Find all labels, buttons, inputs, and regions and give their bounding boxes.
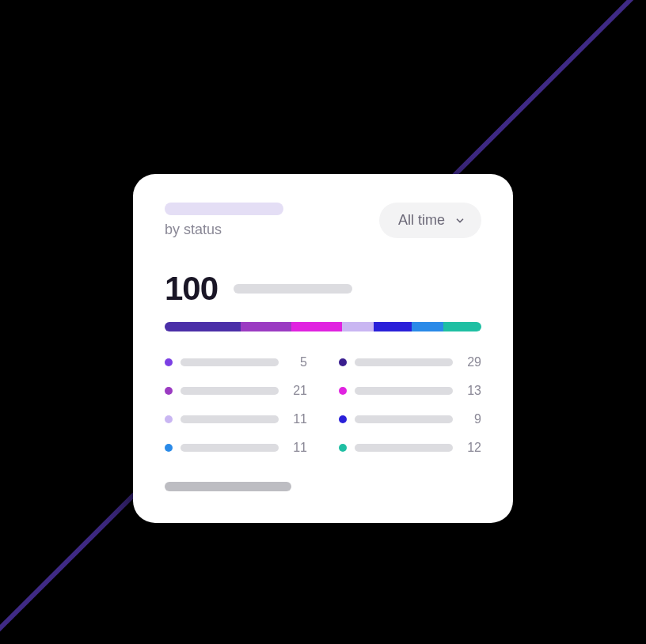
legend-dot [165, 358, 173, 366]
title-block: by status [165, 203, 283, 238]
legend-label-placeholder [180, 415, 279, 423]
legend-value: 9 [461, 412, 481, 426]
legend-label-placeholder [355, 387, 453, 395]
legend-label-placeholder [180, 444, 279, 452]
legend-value: 29 [461, 355, 481, 369]
stacked-distribution-bar [165, 322, 481, 331]
legend-dot [339, 387, 347, 395]
dropdown-label: All time [398, 212, 445, 229]
chevron-down-icon [454, 215, 466, 226]
status-summary-card: by status All time 100 5 29 [133, 174, 513, 523]
legend-label-placeholder [180, 358, 279, 366]
legend-value: 5 [287, 355, 307, 369]
legend-item: 13 [339, 384, 481, 398]
bar-segment-2 [241, 322, 291, 331]
legend-value: 12 [461, 441, 481, 455]
legend-dot [165, 387, 173, 395]
legend-label-placeholder [355, 444, 453, 452]
legend-grid: 5 29 21 13 11 9 11 [165, 355, 481, 455]
legend-label-placeholder [355, 358, 453, 366]
legend-item: 21 [165, 384, 307, 398]
bar-segment-7 [443, 322, 481, 331]
bar-segment-3 [291, 322, 342, 331]
legend-label-placeholder [355, 415, 453, 423]
legend-value: 21 [287, 384, 307, 398]
total-value: 100 [165, 270, 218, 308]
bar-segment-1 [165, 322, 241, 331]
total-label-placeholder [234, 284, 352, 294]
legend-item: 9 [339, 412, 481, 426]
legend-dot [339, 444, 347, 452]
bar-segment-6 [412, 322, 443, 331]
footer-placeholder [165, 482, 291, 491]
legend-value: 11 [287, 412, 307, 426]
legend-item: 12 [339, 441, 481, 455]
legend-item: 11 [165, 441, 307, 455]
legend-item: 5 [165, 355, 307, 369]
title-placeholder [165, 203, 283, 215]
total-row: 100 [165, 270, 481, 308]
card-header: by status All time [165, 203, 481, 238]
legend-item: 29 [339, 355, 481, 369]
legend-value: 13 [461, 384, 481, 398]
legend-item: 11 [165, 412, 307, 426]
legend-dot [339, 415, 347, 423]
bar-segment-5 [374, 322, 412, 331]
legend-label-placeholder [180, 387, 279, 395]
legend-dot [165, 444, 173, 452]
card-subtitle: by status [165, 222, 283, 238]
legend-dot [339, 358, 347, 366]
time-range-dropdown[interactable]: All time [379, 203, 481, 238]
bar-segment-4 [342, 322, 374, 331]
legend-value: 11 [287, 441, 307, 455]
legend-dot [165, 415, 173, 423]
